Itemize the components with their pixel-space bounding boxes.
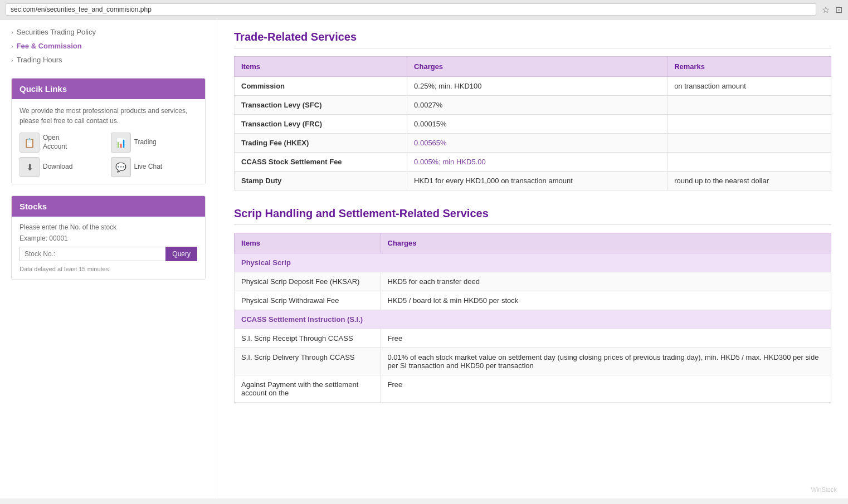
live-chat-label: Live Chat: [134, 163, 163, 172]
url-bar[interactable]: sec.com/en/securities_fee_and_commision.…: [6, 3, 816, 16]
stock-number-input[interactable]: [20, 247, 165, 261]
scrip-section-title: Scrip Handling and Settlement-Related Se…: [234, 207, 831, 225]
menu-icon[interactable]: ⊡: [835, 4, 842, 15]
scrip-item-cell: S.I. Scrip Delivery Through CCASS: [235, 348, 381, 375]
trade-section-title: Trade-Related Services: [234, 31, 831, 48]
table-row: Commission 0.25%; min. HKD100 on transac…: [235, 77, 831, 96]
trade-remark-cell: round up to the nearest dollar: [667, 172, 831, 190]
stocks-description: Please enter the No. of the stock: [20, 223, 197, 231]
trade-item-cell: Transaction Levy (FRC): [235, 115, 407, 134]
trade-col-items: Items: [235, 57, 407, 77]
trade-item-cell: Transaction Levy (SFC): [235, 96, 407, 115]
table-row: Stamp Duty HKD1 for every HKD1,000 on tr…: [235, 172, 831, 190]
scrip-charge-cell: HKD5 / board lot & min HKD50 per stock: [381, 291, 831, 310]
quick-links-grid: 📋 OpenAccount 📊 Trading ⬇ Download 💬 Liv…: [20, 133, 197, 177]
scrip-col-charges: Charges: [381, 233, 831, 253]
trading-icon: 📊: [111, 133, 131, 153]
table-row: CCASS Stock Settlement Fee 0.005%; min H…: [235, 153, 831, 172]
trading-label: Trading: [134, 138, 157, 147]
browser-bar: sec.com/en/securities_fee_and_commision.…: [0, 0, 848, 19]
quick-links-description: We provide the most professional product…: [20, 106, 197, 126]
scrip-charge-cell: 0.01% of each stock market value on sett…: [381, 348, 831, 375]
quick-link-open-account[interactable]: 📋 OpenAccount: [20, 133, 106, 153]
stocks-box: Stocks Please enter the No. of the stock…: [11, 195, 206, 280]
trade-charge-cell: 0.00015%: [407, 115, 667, 134]
bookmark-icon[interactable]: ☆: [822, 4, 830, 15]
trade-item-cell: Stamp Duty: [235, 172, 407, 190]
quick-links-header: Qucik Links: [12, 79, 205, 99]
open-account-label: OpenAccount: [43, 134, 67, 151]
stocks-header: Stocks: [12, 196, 205, 217]
trade-charge-cell: 0.0027%: [407, 96, 667, 115]
quick-link-live-chat[interactable]: 💬 Live Chat: [111, 157, 198, 177]
sidebar-link-trading-policy[interactable]: Securities Trading Policy: [17, 28, 96, 36]
stocks-example: Example: 00001: [20, 234, 197, 242]
page-container: › Securities Trading Policy › Fee & Comm…: [0, 19, 848, 498]
live-chat-icon: 💬: [111, 157, 131, 177]
stocks-delayed-notice: Data delayed at least 15 minutes: [20, 266, 197, 272]
trade-item-cell: Trading Fee (HKEX): [235, 134, 407, 153]
arrow-icon: ›: [11, 57, 13, 63]
scrip-item-cell: Physical Scrip Withdrawal Fee: [235, 291, 381, 310]
stocks-input-row: Query: [20, 247, 197, 261]
table-row: Trading Fee (HKEX) 0.00565%: [235, 134, 831, 153]
arrow-icon: ›: [11, 43, 13, 50]
sidebar-item-fee-commission[interactable]: › Fee & Commission: [11, 39, 206, 53]
sub-header-cell: CCASS Settlement Instruction (S.I.): [235, 310, 831, 329]
quick-link-download[interactable]: ⬇ Download: [20, 157, 106, 177]
sidebar-item-trading-policy[interactable]: › Securities Trading Policy: [11, 25, 206, 39]
trade-item-cell: Commission: [235, 77, 407, 96]
sidebar-link-trading-hours[interactable]: Trading Hours: [17, 56, 62, 64]
table-row: Physical Scrip Withdrawal Fee HKD5 / boa…: [235, 291, 831, 310]
scrip-charge-cell: HKD5 for each transfer deed: [381, 272, 831, 291]
arrow-icon: ›: [11, 29, 13, 36]
table-row: Transaction Levy (FRC) 0.00015%: [235, 115, 831, 134]
sub-header-row: CCASS Settlement Instruction (S.I.): [235, 310, 831, 329]
sidebar-link-fee-commission[interactable]: Fee & Commission: [17, 42, 82, 50]
trade-col-charges: Charges: [407, 57, 667, 77]
open-account-icon: 📋: [20, 133, 40, 153]
sidebar: › Securities Trading Policy › Fee & Comm…: [0, 19, 217, 498]
trade-remark-cell: [667, 96, 831, 115]
trade-remark-cell: [667, 115, 831, 134]
main-content: Trade-Related Services Items Charges Rem…: [217, 19, 848, 498]
scrip-item-cell: Against Payment with the settlement acco…: [235, 375, 381, 403]
trade-item-cell: CCASS Stock Settlement Fee: [235, 153, 407, 172]
watermark: WinStock: [811, 486, 837, 493]
sub-header-cell: Physical Scrip: [235, 253, 831, 272]
trade-table: Items Charges Remarks Commission 0.25%; …: [234, 56, 831, 190]
scrip-item-cell: S.I. Scrip Receipt Through CCASS: [235, 329, 381, 348]
table-row: S.I. Scrip Delivery Through CCASS 0.01% …: [235, 348, 831, 375]
sidebar-nav: › Securities Trading Policy › Fee & Comm…: [11, 19, 206, 67]
trade-remark-cell: [667, 134, 831, 153]
quick-links-body: We provide the most professional product…: [12, 99, 205, 184]
trade-remark-cell: on transaction amount: [667, 77, 831, 96]
trade-remark-cell: [667, 153, 831, 172]
table-row: Physical Scrip Deposit Fee (HKSAR) HKD5 …: [235, 272, 831, 291]
table-row: S.I. Scrip Receipt Through CCASS Free: [235, 329, 831, 348]
trade-charge-cell: HKD1 for every HKD1,000 on transaction a…: [407, 172, 667, 190]
scrip-charge-cell: Free: [381, 375, 831, 403]
quick-link-trading[interactable]: 📊 Trading: [111, 133, 198, 153]
scrip-table: Items Charges Physical Scrip Physical Sc…: [234, 233, 831, 403]
scrip-item-cell: Physical Scrip Deposit Fee (HKSAR): [235, 272, 381, 291]
trade-charge-cell: 0.005%; min HKD5.00: [407, 153, 667, 172]
sidebar-item-trading-hours[interactable]: › Trading Hours: [11, 53, 206, 67]
quick-links-box: Qucik Links We provide the most professi…: [11, 78, 206, 184]
download-icon: ⬇: [20, 157, 40, 177]
sub-header-row: Physical Scrip: [235, 253, 831, 272]
stocks-body: Please enter the No. of the stock Exampl…: [12, 217, 205, 279]
table-row: Against Payment with the settlement acco…: [235, 375, 831, 403]
trade-charge-cell: 0.00565%: [407, 134, 667, 153]
query-button[interactable]: Query: [165, 247, 197, 261]
scrip-col-items: Items: [235, 233, 381, 253]
trade-charge-cell: 0.25%; min. HKD100: [407, 77, 667, 96]
scrip-charge-cell: Free: [381, 329, 831, 348]
download-label: Download: [43, 163, 72, 172]
trade-col-remarks: Remarks: [667, 57, 831, 77]
table-row: Transaction Levy (SFC) 0.0027%: [235, 96, 831, 115]
